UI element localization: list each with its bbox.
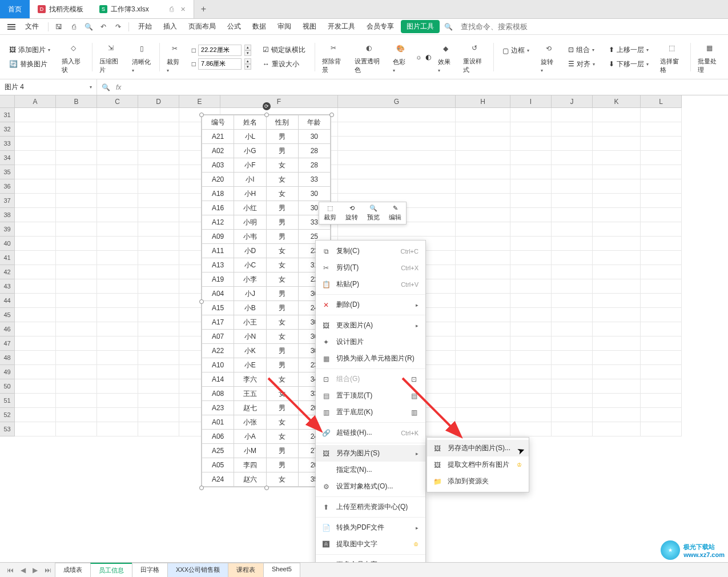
cell[interactable] xyxy=(552,179,593,194)
cell[interactable] xyxy=(15,379,56,394)
rotate-button[interactable]: ⟲旋转 ▾ xyxy=(537,35,560,79)
cell[interactable] xyxy=(138,379,179,394)
cell[interactable] xyxy=(56,408,97,422)
cell[interactable] xyxy=(138,279,179,294)
cell[interactable] xyxy=(97,122,138,137)
cell[interactable] xyxy=(97,265,138,279)
cell[interactable] xyxy=(552,279,593,294)
cell[interactable] xyxy=(641,265,682,279)
cell[interactable] xyxy=(138,208,179,222)
cell[interactable] xyxy=(641,322,682,336)
menu-image-tools[interactable]: 图片工具 xyxy=(401,20,440,33)
cell[interactable] xyxy=(593,379,641,394)
sheet-tab[interactable]: 员工信息 xyxy=(90,563,132,577)
cell[interactable] xyxy=(552,122,593,137)
cell[interactable] xyxy=(456,294,510,308)
cell[interactable] xyxy=(456,179,510,194)
cell[interactable] xyxy=(97,179,138,194)
tab-home[interactable]: 首页 xyxy=(0,0,30,18)
col-header-C[interactable]: C xyxy=(97,95,138,108)
row-header[interactable]: 45 xyxy=(0,308,15,322)
cell[interactable] xyxy=(56,365,97,379)
cell[interactable] xyxy=(97,422,138,436)
cell[interactable] xyxy=(593,265,641,279)
cell[interactable] xyxy=(97,222,138,237)
cell[interactable] xyxy=(456,379,510,394)
cell[interactable] xyxy=(15,336,56,351)
effect-button[interactable]: ◆效果 ▾ xyxy=(435,35,457,79)
cell[interactable] xyxy=(510,351,552,365)
tab-template[interactable]: D 找稻壳模板 xyxy=(30,0,91,18)
cell[interactable] xyxy=(641,294,682,308)
cell[interactable] xyxy=(510,422,552,436)
cell[interactable] xyxy=(56,351,97,365)
cell[interactable] xyxy=(15,137,56,151)
fx-search-icon[interactable]: 🔍 xyxy=(102,83,110,91)
row-header[interactable]: 50 xyxy=(0,379,15,394)
cell[interactable] xyxy=(97,165,138,179)
cell[interactable] xyxy=(641,179,682,194)
width-spin-down[interactable]: ▾ xyxy=(244,64,251,70)
cell[interactable] xyxy=(56,108,97,122)
batch-button[interactable]: ▦批量处理 xyxy=(694,35,725,79)
sheet-tab[interactable]: Sheet5 xyxy=(263,563,300,577)
height-spin-up[interactable]: ▴ xyxy=(244,45,251,50)
cell[interactable] xyxy=(456,408,510,422)
cell[interactable] xyxy=(138,394,179,408)
cell[interactable] xyxy=(641,137,682,151)
ctx-more-vip[interactable]: 更多会员专享▸ xyxy=(316,556,425,562)
cell[interactable] xyxy=(56,279,97,294)
embedded-table-image[interactable]: 编号姓名性别年龄A21小L男30A02小G男28A03小F女28A20小I女33… xyxy=(201,114,331,487)
new-tab-button[interactable]: + xyxy=(194,0,213,18)
border-button[interactable]: ▢边框▾ xyxy=(500,45,532,57)
menu-tab-插入[interactable]: 插入 xyxy=(158,19,183,34)
selection-pane-button[interactable]: ⬚选择窗格 xyxy=(657,35,687,79)
float-edit-button[interactable]: ✎编辑 xyxy=(384,202,406,224)
selection-handle[interactable] xyxy=(199,486,204,490)
cell[interactable] xyxy=(56,222,97,237)
cell[interactable] xyxy=(456,308,510,322)
ctx-delete[interactable]: ✕删除(D)▸ xyxy=(316,296,425,313)
qb-save-icon[interactable]: 🖫 xyxy=(52,20,66,34)
cell[interactable] xyxy=(552,379,593,394)
menu-tab-开发工具[interactable]: 开发工具 xyxy=(322,19,361,34)
sharpen-button[interactable]: ▯ 清晰化 ▾ xyxy=(128,35,156,79)
cell[interactable] xyxy=(138,137,179,151)
cell[interactable] xyxy=(97,137,138,151)
cell[interactable] xyxy=(510,179,552,194)
ctx-format-object[interactable]: ⚙设置对象格式(O)... xyxy=(316,478,425,495)
sub-extract-all[interactable]: 🖼提取文档中所有图片♔ xyxy=(427,456,529,473)
cell[interactable] xyxy=(15,108,56,122)
cell[interactable] xyxy=(97,108,138,122)
cell[interactable] xyxy=(641,151,682,165)
float-preview-button[interactable]: 🔍预览 xyxy=(363,202,384,224)
qb-undo-icon[interactable]: ↶ xyxy=(96,20,110,34)
row-header[interactable]: 33 xyxy=(0,137,15,151)
cell[interactable] xyxy=(593,179,641,194)
menu-tab-审阅[interactable]: 审阅 xyxy=(272,19,297,34)
cell[interactable] xyxy=(338,108,456,122)
ctx-extract-text[interactable]: 🅰提取图中文字♔ xyxy=(316,536,425,552)
cell[interactable] xyxy=(641,336,682,351)
cell[interactable] xyxy=(456,251,510,265)
qb-preview-icon[interactable]: 🔍 xyxy=(82,20,95,34)
col-header-L[interactable]: L xyxy=(641,95,682,108)
col-header-A[interactable]: A xyxy=(15,95,56,108)
cell[interactable] xyxy=(15,151,56,165)
fx-icon[interactable]: fx xyxy=(116,83,121,91)
move-down-button[interactable]: ⬇下移一层▾ xyxy=(606,58,651,70)
cell[interactable] xyxy=(456,279,510,294)
align-button[interactable]: ☰对齐▾ xyxy=(566,58,597,70)
cell[interactable] xyxy=(97,365,138,379)
cell[interactable] xyxy=(510,194,552,208)
cell[interactable] xyxy=(56,379,97,394)
cell[interactable] xyxy=(456,322,510,336)
cell[interactable] xyxy=(593,322,641,336)
row-header[interactable]: 53 xyxy=(0,422,15,436)
cell[interactable] xyxy=(552,336,593,351)
cell[interactable] xyxy=(641,237,682,251)
row-header[interactable]: 39 xyxy=(0,222,15,237)
col-header-G[interactable]: G xyxy=(338,95,456,108)
cell[interactable] xyxy=(97,394,138,408)
crop-button[interactable]: ✂ 裁剪 ▾ xyxy=(163,35,186,79)
